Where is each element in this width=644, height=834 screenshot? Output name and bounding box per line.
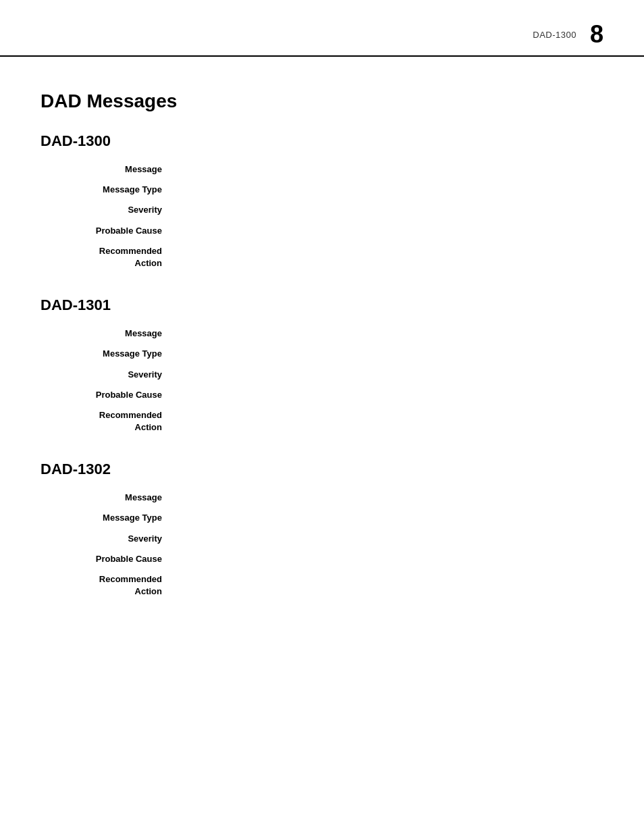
field-value-message: [176, 163, 603, 176]
header-code: DAD-1300: [533, 30, 576, 40]
page-title: DAD Messages: [41, 90, 603, 112]
field-value-message-type: [176, 512, 603, 524]
field-value-message: [176, 492, 603, 504]
main-content: DAD Messages DAD-1300MessageMessage Type…: [0, 63, 644, 665]
field-value-severity: [176, 533, 603, 545]
page-header: DAD-1300 8: [0, 0, 644, 57]
field-value-probable-cause: [176, 553, 603, 565]
field-label-recommended-action: RecommendedAction: [41, 573, 176, 598]
field-label-message-type: Message Type: [41, 512, 176, 524]
field-row-message: Message: [41, 163, 603, 176]
field-row-message: Message: [41, 492, 603, 504]
field-label-message-type: Message Type: [41, 184, 176, 196]
field-value-recommended-action: [176, 573, 603, 598]
field-value-severity: [176, 204, 603, 216]
field-value-recommended-action: [176, 245, 603, 269]
field-row-message-type: Message Type: [41, 348, 603, 360]
field-value-message-type: [176, 184, 603, 196]
field-value-severity: [176, 369, 603, 381]
field-row-recommended-action: RecommendedAction: [41, 245, 603, 269]
section-title-dad-1302: DAD-1302: [41, 461, 603, 478]
field-label-recommended-action: RecommendedAction: [41, 409, 176, 434]
section-title-dad-1300: DAD-1300: [41, 132, 603, 150]
field-label-severity: Severity: [41, 369, 176, 381]
field-row-message: Message: [41, 328, 603, 340]
field-label-message: Message: [41, 163, 176, 176]
section-dad-1300: DAD-1300MessageMessage TypeSeverityProba…: [41, 132, 603, 269]
section-dad-1302: DAD-1302MessageMessage TypeSeverityProba…: [41, 461, 603, 598]
field-value-message-type: [176, 348, 603, 360]
field-value-recommended-action: [176, 409, 603, 434]
field-row-recommended-action: RecommendedAction: [41, 573, 603, 598]
field-label-message-type: Message Type: [41, 348, 176, 360]
field-label-probable-cause: Probable Cause: [41, 389, 176, 401]
field-row-recommended-action: RecommendedAction: [41, 409, 603, 434]
field-value-probable-cause: [176, 225, 603, 237]
field-value-message: [176, 328, 603, 340]
field-row-probable-cause: Probable Cause: [41, 553, 603, 565]
field-row-severity: Severity: [41, 533, 603, 545]
field-value-probable-cause: [176, 389, 603, 401]
section-title-dad-1301: DAD-1301: [41, 296, 603, 314]
field-row-severity: Severity: [41, 369, 603, 381]
sections-container: DAD-1300MessageMessage TypeSeverityProba…: [41, 132, 603, 598]
header-page-number: 8: [590, 20, 603, 49]
field-label-severity: Severity: [41, 204, 176, 216]
field-label-probable-cause: Probable Cause: [41, 225, 176, 237]
section-dad-1301: DAD-1301MessageMessage TypeSeverityProba…: [41, 296, 603, 434]
field-label-message: Message: [41, 328, 176, 340]
field-label-severity: Severity: [41, 533, 176, 545]
field-label-probable-cause: Probable Cause: [41, 553, 176, 565]
field-row-severity: Severity: [41, 204, 603, 216]
field-row-probable-cause: Probable Cause: [41, 225, 603, 237]
field-label-recommended-action: RecommendedAction: [41, 245, 176, 269]
field-label-message: Message: [41, 492, 176, 504]
field-row-probable-cause: Probable Cause: [41, 389, 603, 401]
field-row-message-type: Message Type: [41, 184, 603, 196]
field-row-message-type: Message Type: [41, 512, 603, 524]
